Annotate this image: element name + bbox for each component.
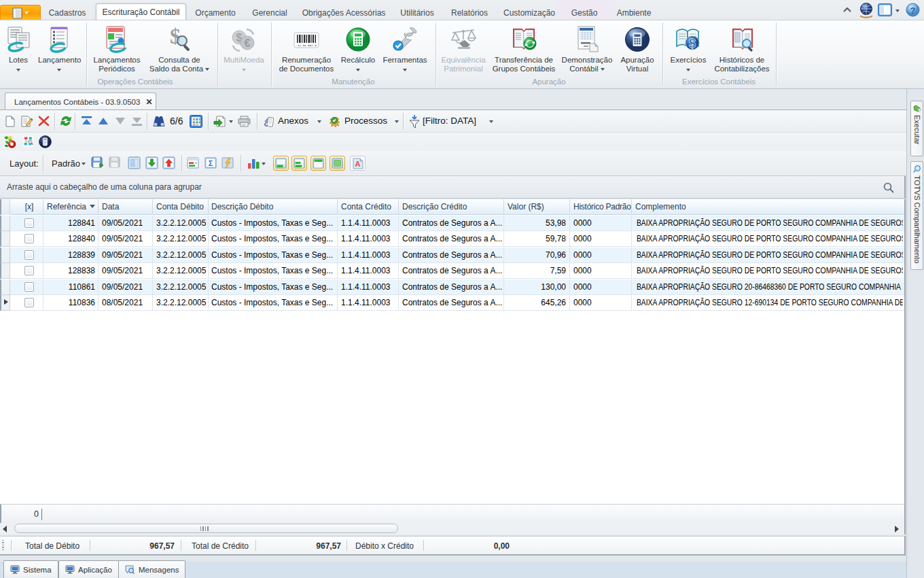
svg-text:Σ: Σ (209, 159, 213, 167)
svg-text:12 34 567 8: 12 34 567 8 (298, 44, 317, 47)
svg-text:$: $ (689, 37, 696, 50)
svg-text:€: € (245, 37, 251, 49)
svg-text:?: ? (910, 5, 916, 16)
svg-text:A: A (355, 160, 360, 168)
